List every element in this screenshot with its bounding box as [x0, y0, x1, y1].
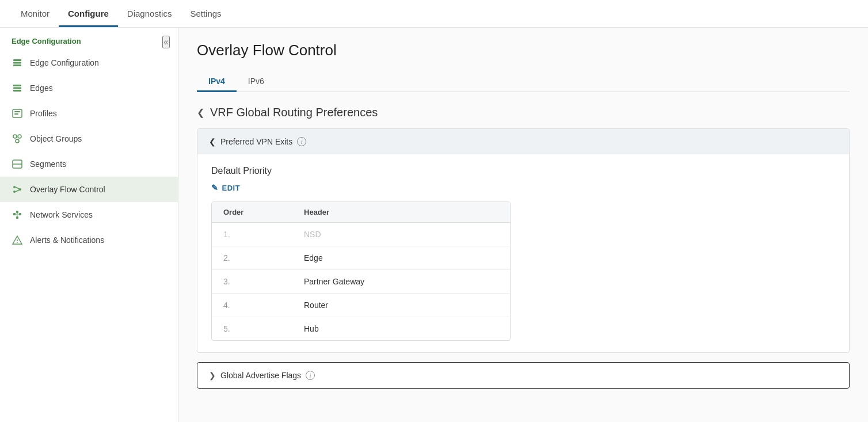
info-icon-flags[interactable]: i	[306, 371, 315, 380]
tab-monitor[interactable]: Monitor	[12, 1, 59, 26]
priority-table: Order Header 1.NSD2.Edge3.Partner Gatewa…	[211, 202, 511, 341]
accordion-chevron-icon: ❮	[209, 137, 216, 146]
svg-rect-1	[13, 62, 21, 64]
svg-rect-20	[16, 211, 18, 213]
svg-point-11	[16, 139, 19, 143]
sidebar-item-network-services[interactable]: Network Services	[0, 202, 178, 227]
svg-point-10	[18, 135, 21, 138]
order-cell: 3.	[212, 270, 292, 294]
table-row: 1.NSD	[212, 223, 510, 246]
chevron-right-icon: ❯	[209, 371, 216, 380]
edit-button[interactable]: ✎ EDIT	[211, 183, 240, 192]
sidebar-item-overlay-flow-control[interactable]: Overlay Flow Control	[0, 177, 178, 202]
header-cell: Partner Gateway	[292, 270, 510, 294]
tab-settings[interactable]: Settings	[181, 1, 230, 26]
table-row: 2.Edge	[212, 246, 510, 270]
order-cell: 1.	[212, 223, 292, 246]
table-row: 5.Hub	[212, 317, 510, 341]
header-cell: Router	[292, 294, 510, 317]
segments-icon	[12, 158, 23, 170]
edge-configuration-icon	[12, 57, 23, 69]
global-advertise-flags-header[interactable]: ❯ Global Advertise Flags i	[197, 363, 849, 388]
table-row: 4.Router	[212, 294, 510, 317]
order-cell: 4.	[212, 294, 292, 317]
sidebar-item-profiles[interactable]: Profiles	[0, 101, 178, 126]
sidebar: « Edge Configuration Edge Configuration	[0, 28, 178, 422]
svg-point-14	[13, 186, 16, 188]
global-advertise-flags-label: Global Advertise Flags	[220, 371, 301, 380]
default-priority-title: Default Priority	[211, 166, 835, 176]
tab-ipv4[interactable]: IPv4	[197, 71, 237, 92]
header-cell: Hub	[292, 317, 510, 341]
main-content: Overlay Flow Control IPv4 IPv6 ❮ VRF Glo…	[178, 28, 868, 422]
main-layout: « Edge Configuration Edge Configuration	[0, 28, 868, 422]
column-order: Order	[212, 202, 292, 223]
sidebar-item-segments[interactable]: Segments	[0, 151, 178, 177]
vrf-section-header: ❮ VRF Global Routing Preferences	[197, 106, 850, 119]
svg-rect-5	[13, 90, 21, 92]
svg-line-18	[16, 189, 20, 192]
preferred-vpn-exits-body: Default Priority ✎ EDIT Order Header	[197, 154, 849, 352]
top-navigation: Monitor Configure Diagnostics Settings	[0, 0, 868, 28]
svg-rect-19	[13, 213, 16, 215]
edit-label: EDIT	[222, 184, 241, 192]
svg-rect-3	[13, 85, 21, 86]
sidebar-item-label: Overlay Flow Control	[30, 185, 105, 194]
sidebar-item-label: Profiles	[30, 109, 57, 118]
svg-rect-2	[13, 64, 21, 66]
overlay-flow-control-icon	[12, 184, 23, 195]
chevron-down-icon[interactable]: ❮	[197, 107, 204, 118]
svg-rect-4	[13, 88, 21, 89]
header-cell: Edge	[292, 246, 510, 270]
sidebar-item-object-groups[interactable]: Object Groups	[0, 126, 178, 151]
profiles-icon	[12, 108, 23, 119]
network-services-icon	[12, 209, 23, 220]
order-cell: 2.	[212, 246, 292, 270]
svg-point-29	[17, 242, 18, 244]
svg-rect-22	[16, 216, 18, 219]
sidebar-item-label: Segments	[30, 159, 66, 169]
order-cell: 5.	[212, 317, 292, 341]
tab-configure[interactable]: Configure	[59, 1, 118, 26]
sidebar-collapse-button[interactable]: «	[162, 36, 170, 48]
sidebar-item-label: Alerts & Notifications	[30, 235, 104, 245]
tab-ipv6[interactable]: IPv6	[237, 71, 276, 92]
tabs-bar: IPv4 IPv6	[197, 71, 850, 92]
svg-line-17	[16, 187, 20, 189]
preferred-vpn-exits-header[interactable]: ❮ Preferred VPN Exits i	[197, 129, 849, 154]
info-icon[interactable]: i	[297, 137, 306, 146]
preferred-vpn-exits-label: Preferred VPN Exits	[220, 137, 292, 146]
sidebar-item-label: Object Groups	[30, 134, 82, 143]
vrf-section-title: VRF Global Routing Preferences	[210, 106, 378, 119]
edit-pencil-icon: ✎	[211, 183, 219, 192]
sidebar-section-title: Edge Configuration	[0, 28, 178, 50]
svg-point-15	[13, 191, 16, 193]
table-row: 3.Partner Gateway	[212, 270, 510, 294]
svg-rect-7	[14, 111, 20, 112]
sidebar-item-alerts-notifications[interactable]: Alerts & Notifications	[0, 227, 178, 253]
sidebar-item-edges[interactable]: Edges	[0, 75, 178, 101]
sidebar-item-label: Edges	[30, 83, 53, 93]
tab-diagnostics[interactable]: Diagnostics	[118, 1, 181, 26]
svg-rect-0	[13, 59, 21, 61]
sidebar-item-edge-configuration[interactable]: Edge Configuration	[0, 50, 178, 75]
svg-rect-8	[14, 113, 18, 115]
page-title: Overlay Flow Control	[197, 41, 850, 59]
svg-rect-21	[19, 213, 21, 215]
column-header: Header	[292, 202, 510, 223]
global-advertise-flags-panel: ❯ Global Advertise Flags i	[197, 362, 850, 389]
header-cell: NSD	[292, 223, 510, 246]
svg-point-9	[13, 135, 17, 138]
object-groups-icon	[12, 133, 23, 145]
sidebar-item-label: Edge Configuration	[30, 58, 99, 67]
preferred-vpn-exits-panel: ❮ Preferred VPN Exits i Default Priority…	[197, 128, 850, 353]
edges-icon	[12, 82, 23, 94]
alerts-notifications-icon	[12, 234, 23, 246]
sidebar-item-label: Network Services	[30, 210, 93, 219]
